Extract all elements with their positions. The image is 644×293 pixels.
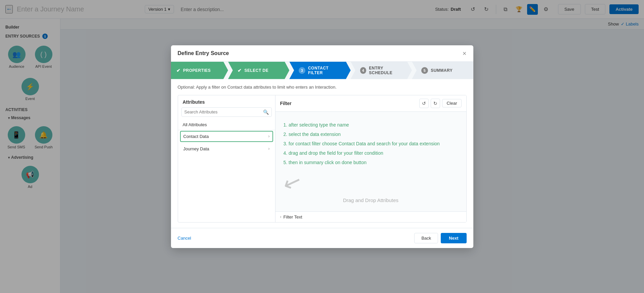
filter-text-row: › Filter Text: [275, 211, 466, 222]
attr-filter-container: Attributes 🔍 All Attributes Contact Data…: [178, 95, 467, 223]
cancel-button[interactable]: Cancel: [178, 236, 191, 241]
modal-overlay: Define Entry Source × ✔ PROPERTIES ✔ SEL…: [0, 0, 644, 293]
filter-header: Filter ↺ ↻ Clear: [275, 95, 466, 112]
filter-undo-button[interactable]: ↺: [419, 99, 429, 108]
attributes-title: Attributes: [178, 95, 275, 107]
step-num-3: 3: [299, 67, 305, 74]
filter-panel: Filter ↺ ↻ Clear 1. after selecting type…: [275, 95, 466, 222]
filter-actions: ↺ ↻ Clear: [419, 99, 461, 108]
step-check-icon: ✔: [176, 68, 181, 73]
search-field[interactable]: 🔍: [181, 107, 272, 117]
filter-title: Filter: [280, 101, 292, 106]
modal-close-button[interactable]: ×: [463, 50, 467, 57]
filter-redo-button[interactable]: ↻: [431, 99, 440, 108]
next-button[interactable]: Next: [441, 233, 466, 243]
filter-drop-area[interactable]: 1. after selecting type the name 2. sele…: [275, 112, 466, 211]
step-num-5: 5: [421, 67, 428, 74]
journey-data-chevron-icon: ›: [268, 146, 270, 151]
search-input[interactable]: [184, 109, 263, 114]
contact-data-chevron-icon: ›: [268, 134, 270, 139]
contact-data-item[interactable]: Contact Data ›: [180, 131, 273, 142]
modal-title: Define Entry Source: [178, 50, 229, 56]
step-contact-filter[interactable]: 3 CONTACT FILTER: [289, 62, 350, 79]
filter-drag-hint: Drag and Drop Attributes: [284, 197, 458, 203]
step-select-de[interactable]: ✔ SELECT DE: [228, 62, 289, 79]
drag-arrow-icon: ↙: [280, 167, 305, 197]
filter-text-toggle[interactable]: Filter Text: [284, 214, 302, 219]
step-properties[interactable]: ✔ PROPERTIES: [171, 62, 228, 79]
steps-nav: ✔ PROPERTIES ✔ SELECT DE 3 CONTACT FILTE…: [171, 62, 473, 79]
all-attributes-item[interactable]: All Attributes: [178, 119, 275, 130]
step-check-icon-2: ✔: [238, 68, 242, 73]
filter-clear-button[interactable]: Clear: [442, 99, 461, 107]
attributes-panel: Attributes 🔍 All Attributes Contact Data…: [178, 95, 275, 222]
filter-instructions: 1. after selecting type the name 2. sele…: [284, 120, 458, 167]
back-button-modal[interactable]: Back: [414, 233, 438, 243]
step-num-4: 4: [360, 67, 367, 74]
footer-right-actions: Back Next: [414, 233, 466, 243]
search-icon: 🔍: [263, 109, 269, 115]
journey-data-item[interactable]: Journey Data ›: [178, 143, 275, 155]
modal-body: Optional: Apply a filter on Contact data…: [171, 79, 473, 228]
define-entry-source-modal: Define Entry Source × ✔ PROPERTIES ✔ SEL…: [171, 45, 473, 248]
chevron-right-icon: ›: [280, 214, 282, 219]
step-entry-schedule[interactable]: 4 ENTRY SCHEDULE: [351, 62, 412, 79]
modal-footer: Cancel Back Next: [171, 228, 473, 248]
step-summary[interactable]: 5 SUMMARY: [412, 62, 473, 79]
modal-header: Define Entry Source ×: [171, 45, 473, 62]
modal-hint: Optional: Apply a filter on Contact data…: [178, 85, 467, 90]
